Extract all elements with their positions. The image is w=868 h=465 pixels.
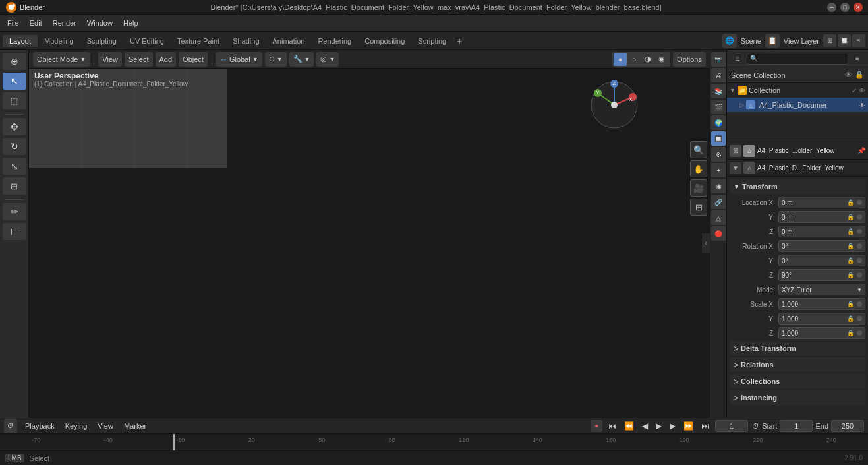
select-tool-btn[interactable]: ↖: [3, 73, 26, 90]
menu-file[interactable]: File: [3, 18, 24, 28]
instancing-header[interactable]: ▷ Instancing: [730, 390, 865, 405]
box-select-btn[interactable]: ⬚: [3, 92, 26, 109]
view-menu-btn[interactable]: View: [98, 52, 122, 67]
collection-render-icon[interactable]: 👁: [859, 87, 865, 94]
tab-uv-editing[interactable]: UV Editing: [123, 35, 171, 47]
active-object-mode-icon[interactable]: ⊞: [730, 145, 741, 157]
minimize-button[interactable]: ─: [827, 3, 836, 12]
move-tool-btn[interactable]: ✥: [3, 118, 26, 135]
scale-x-lock[interactable]: 🔒: [847, 301, 854, 307]
pin-object-icon[interactable]: 📌: [857, 147, 865, 154]
vp-zoom-tool[interactable]: 🔍: [690, 141, 707, 158]
proportional-edit-btn[interactable]: ◎ ▼: [316, 52, 339, 67]
tab-shading[interactable]: Shading: [226, 35, 266, 47]
render-engine-button[interactable]: 🔲: [838, 34, 851, 47]
timeline-scrub[interactable]: -70 -40 -10 20 50 80 110 140 160 190 220…: [0, 434, 868, 450]
record-button[interactable]: ●: [591, 420, 602, 432]
play-btn[interactable]: ▶: [654, 421, 664, 431]
tab-scripting[interactable]: Scripting: [411, 35, 453, 47]
filter-icon[interactable]: ≡: [852, 34, 865, 47]
outliner-mode-icon[interactable]: ≡: [731, 52, 744, 65]
add-menu-btn[interactable]: Add: [156, 52, 177, 67]
mesh-eye-icon[interactable]: 👁: [859, 102, 865, 109]
tab-sculpting[interactable]: Sculpting: [80, 35, 123, 47]
scale-tool-btn[interactable]: ⤡: [3, 158, 26, 175]
rotation-y-field[interactable]: 0° 🔒: [778, 255, 865, 266]
timeline-keying-menu[interactable]: Keying: [63, 421, 90, 431]
object-menu-btn[interactable]: Object: [179, 52, 208, 67]
modifier-props-tab[interactable]: ⚙: [711, 147, 726, 162]
scale-z-field[interactable]: 1.000 🔒: [778, 327, 865, 339]
end-frame-field[interactable]: 250: [831, 420, 864, 432]
world-props-tab[interactable]: 🌍: [711, 115, 726, 130]
collection-eye-icon[interactable]: ✓: [852, 87, 857, 94]
jump-start-btn[interactable]: ⏮: [606, 421, 618, 431]
tab-texture-paint[interactable]: Texture Paint: [171, 35, 226, 47]
relations-header[interactable]: ▷ Relations: [730, 357, 865, 372]
rendered-shading-btn[interactable]: ◑: [641, 53, 654, 66]
scene-props-tab[interactable]: 🎬: [711, 100, 726, 114]
location-y-lock[interactable]: 🔒: [847, 214, 854, 220]
constraints-props-tab[interactable]: 🔗: [711, 195, 726, 209]
render-props-tab[interactable]: 📷: [711, 52, 726, 67]
select-menu-btn[interactable]: Select: [125, 52, 153, 67]
jump-end-btn[interactable]: ⏭: [699, 421, 711, 431]
viewport-gizmo[interactable]: X Y Z: [588, 78, 641, 131]
transform-section-header[interactable]: ▼ Transform: [730, 179, 865, 194]
location-x-field[interactable]: 0 m 🔒: [778, 197, 865, 208]
annotate-tool-btn[interactable]: ✏: [3, 203, 26, 220]
object-props-tab[interactable]: 🔲: [711, 131, 726, 146]
menu-help[interactable]: Help: [119, 18, 143, 28]
location-z-field[interactable]: 0 m 🔒: [778, 226, 865, 237]
physics-props-tab[interactable]: ◉: [711, 179, 726, 193]
tab-animation[interactable]: Animation: [266, 35, 312, 47]
rotation-x-lock[interactable]: 🔒: [847, 243, 854, 249]
cursor-tool-btn[interactable]: ⊕: [3, 53, 26, 70]
prev-keyframe-btn[interactable]: ⏪: [622, 421, 636, 431]
vp-camera-tool[interactable]: 🎥: [690, 179, 707, 197]
transform-tool-btn[interactable]: ⊞: [3, 177, 26, 195]
viewport-toggle-arrow[interactable]: ‹: [702, 233, 710, 253]
location-y-field[interactable]: 0 m 🔒: [778, 211, 865, 223]
prev-frame-btn[interactable]: ◀: [640, 421, 650, 431]
tab-rendering[interactable]: Rendering: [311, 35, 358, 47]
scale-x-field[interactable]: 1.000 🔒: [778, 298, 865, 310]
scale-y-lock[interactable]: 🔒: [847, 315, 854, 322]
snap-btn[interactable]: 🔧 ▼: [289, 52, 314, 67]
next-frame-btn[interactable]: ▶: [668, 421, 678, 431]
maximize-button[interactable]: □: [840, 3, 850, 12]
rotate-tool-btn[interactable]: ↻: [3, 138, 26, 155]
scale-y-field[interactable]: 1.000 🔒: [778, 313, 865, 325]
particles-props-tab[interactable]: ✦: [711, 163, 726, 177]
next-keyframe-btn[interactable]: ⏩: [681, 421, 695, 431]
collections-header[interactable]: ▷ Collections: [730, 374, 865, 388]
rotation-z-field[interactable]: 90° 🔒: [778, 269, 865, 281]
measure-tool-btn[interactable]: ⊢: [3, 223, 26, 240]
outliner-search[interactable]: 🔍: [747, 53, 848, 65]
menu-edit[interactable]: Edit: [25, 18, 47, 28]
material-shading-btn[interactable]: ○: [627, 53, 641, 66]
scale-z-lock[interactable]: 🔒: [847, 330, 854, 336]
viewport-main[interactable]: User Perspective (1) Collection | A4_Pla…: [29, 69, 710, 418]
vp-pan-tool[interactable]: ✋: [690, 160, 707, 177]
output-props-tab[interactable]: 🖨: [711, 68, 726, 82]
add-workspace-button[interactable]: +: [453, 34, 466, 47]
delta-transform-header[interactable]: ▷ Delta Transform: [730, 341, 865, 356]
location-z-lock[interactable]: 🔒: [847, 228, 854, 235]
menu-render[interactable]: Render: [48, 18, 81, 28]
tab-modeling[interactable]: Modeling: [38, 35, 80, 47]
layout-mode-button[interactable]: ⊞: [823, 34, 836, 47]
rotation-z-lock[interactable]: 🔒: [847, 272, 854, 278]
timeline-view-menu[interactable]: View: [95, 421, 116, 431]
start-frame-field[interactable]: 1: [780, 420, 813, 432]
restrict-select-icon[interactable]: 🔒: [855, 71, 864, 79]
outliner-filter-icon[interactable]: ≡: [851, 52, 864, 65]
data-props-tab[interactable]: △: [711, 210, 726, 225]
view-layer-selector-icon[interactable]: 📋: [765, 34, 780, 48]
timeline-playback-menu[interactable]: Playback: [22, 421, 57, 431]
solid-shading-btn[interactable]: ●: [614, 53, 627, 66]
timeline-marker-menu[interactable]: Marker: [121, 421, 149, 431]
menu-window[interactable]: Window: [82, 18, 117, 28]
transform-orientation-btn[interactable]: ↔ Global ▼: [216, 52, 262, 67]
eevee-shading-btn[interactable]: ◉: [655, 53, 668, 66]
